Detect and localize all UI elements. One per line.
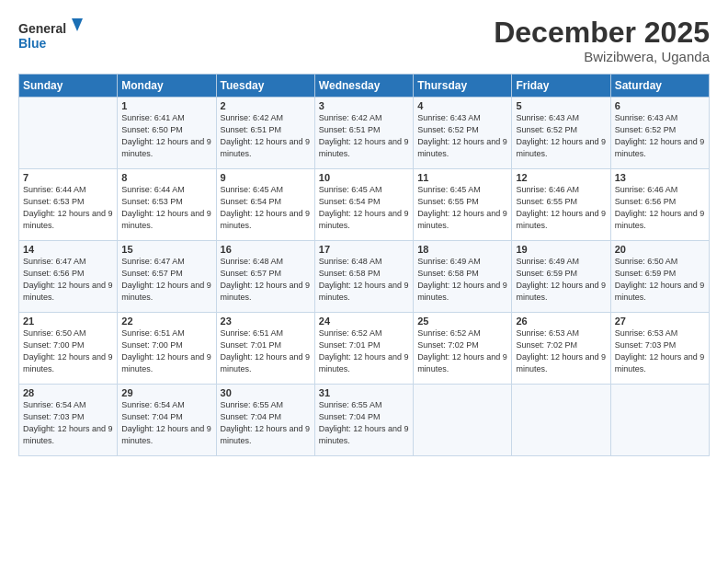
daylight: Daylight: 12 hours and 9 minutes. (221, 352, 311, 373)
calendar-cell: 8 Sunrise: 6:44 AM Sunset: 6:53 PM Dayli… (118, 169, 216, 241)
sunrise: Sunrise: 6:53 AM (615, 328, 678, 338)
day-number: 26 (516, 316, 606, 327)
day-info: Sunrise: 6:53 AM Sunset: 7:02 PM Dayligh… (516, 327, 606, 375)
daylight: Daylight: 12 hours and 9 minutes. (121, 281, 211, 302)
daylight: Daylight: 12 hours and 9 minutes. (121, 137, 211, 158)
daylight: Daylight: 12 hours and 9 minutes. (417, 281, 507, 302)
sunset: Sunset: 6:58 PM (319, 269, 381, 278)
daylight: Daylight: 12 hours and 9 minutes. (516, 137, 606, 158)
day-number: 17 (319, 244, 409, 255)
calendar-week-4: 21 Sunrise: 6:50 AM Sunset: 7:00 PM Dayl… (19, 313, 710, 385)
daylight: Daylight: 12 hours and 9 minutes. (615, 137, 705, 158)
sunrise: Sunrise: 6:49 AM (417, 257, 481, 266)
sunset: Sunset: 6:57 PM (221, 269, 282, 278)
month-title: December 2025 (494, 17, 710, 49)
day-number: 31 (319, 387, 409, 398)
day-info: Sunrise: 6:49 AM Sunset: 6:59 PM Dayligh… (516, 256, 606, 304)
sunrise: Sunrise: 6:55 AM (221, 400, 284, 409)
sunset: Sunset: 6:59 PM (615, 269, 677, 278)
day-info: Sunrise: 6:45 AM Sunset: 6:54 PM Dayligh… (319, 184, 409, 232)
calendar-week-2: 7 Sunrise: 6:44 AM Sunset: 6:53 PM Dayli… (19, 169, 710, 241)
daylight: Daylight: 12 hours and 9 minutes. (221, 424, 311, 445)
day-number: 30 (221, 387, 311, 398)
day-info: Sunrise: 6:47 AM Sunset: 6:57 PM Dayligh… (121, 256, 211, 304)
day-number: 13 (615, 172, 705, 183)
calendar-cell: 24 Sunrise: 6:52 AM Sunset: 7:01 PM Dayl… (314, 313, 413, 385)
day-info: Sunrise: 6:50 AM Sunset: 7:00 PM Dayligh… (23, 327, 113, 375)
day-info: Sunrise: 6:47 AM Sunset: 6:56 PM Dayligh… (23, 256, 113, 304)
day-number: 5 (516, 100, 606, 111)
sunrise: Sunrise: 6:48 AM (319, 257, 382, 266)
sunrise: Sunrise: 6:45 AM (319, 185, 382, 194)
day-info: Sunrise: 6:50 AM Sunset: 6:59 PM Dayligh… (615, 256, 705, 304)
calendar-cell: 30 Sunrise: 6:55 AM Sunset: 7:04 PM Dayl… (216, 385, 314, 456)
day-info: Sunrise: 6:43 AM Sunset: 6:52 PM Dayligh… (615, 112, 705, 160)
logo-svg: General Blue (18, 17, 83, 55)
daylight: Daylight: 12 hours and 9 minutes. (319, 281, 409, 302)
sunrise: Sunrise: 6:44 AM (23, 185, 86, 194)
day-info: Sunrise: 6:51 AM Sunset: 7:01 PM Dayligh… (221, 327, 311, 375)
day-number: 18 (417, 244, 507, 255)
sunset: Sunset: 6:54 PM (221, 197, 282, 206)
sunset: Sunset: 6:52 PM (417, 125, 479, 134)
sunset: Sunset: 6:51 PM (221, 125, 282, 134)
day-number: 1 (121, 100, 211, 111)
sunset: Sunset: 6:52 PM (516, 125, 577, 134)
daylight: Daylight: 12 hours and 9 minutes. (319, 209, 409, 230)
calendar-week-3: 14 Sunrise: 6:47 AM Sunset: 6:56 PM Dayl… (19, 241, 710, 313)
daylight: Daylight: 12 hours and 9 minutes. (319, 352, 409, 373)
header-row: Sunday Monday Tuesday Wednesday Thursday… (19, 75, 710, 98)
sunset: Sunset: 7:04 PM (121, 412, 183, 421)
page-header: General Blue December 2025 Bwizibwera, U… (18, 17, 710, 64)
day-info: Sunrise: 6:41 AM Sunset: 6:50 PM Dayligh… (121, 112, 211, 160)
sunrise: Sunrise: 6:42 AM (319, 113, 382, 122)
calendar-cell: 15 Sunrise: 6:47 AM Sunset: 6:57 PM Dayl… (118, 241, 216, 313)
calendar-cell: 29 Sunrise: 6:54 AM Sunset: 7:04 PM Dayl… (118, 385, 216, 456)
sunset: Sunset: 6:59 PM (516, 269, 577, 278)
calendar-cell: 21 Sunrise: 6:50 AM Sunset: 7:00 PM Dayl… (19, 313, 118, 385)
day-number: 19 (516, 244, 606, 255)
day-number: 10 (319, 172, 409, 183)
sunrise: Sunrise: 6:44 AM (121, 185, 185, 194)
calendar-week-5: 28 Sunrise: 6:54 AM Sunset: 7:03 PM Dayl… (19, 385, 710, 456)
calendar-cell (19, 98, 118, 169)
day-info: Sunrise: 6:55 AM Sunset: 7:04 PM Dayligh… (319, 399, 409, 447)
col-wednesday: Wednesday (314, 75, 413, 98)
calendar-cell: 4 Sunrise: 6:43 AM Sunset: 6:52 PM Dayli… (414, 98, 512, 169)
daylight: Daylight: 12 hours and 9 minutes. (23, 352, 113, 373)
sunset: Sunset: 6:53 PM (121, 197, 183, 206)
calendar-cell: 18 Sunrise: 6:49 AM Sunset: 6:58 PM Dayl… (414, 241, 512, 313)
sunset: Sunset: 7:00 PM (23, 340, 85, 350)
svg-text:Blue: Blue (18, 36, 47, 51)
sunset: Sunset: 6:55 PM (417, 197, 479, 206)
calendar-cell: 1 Sunrise: 6:41 AM Sunset: 6:50 PM Dayli… (118, 98, 216, 169)
day-number: 27 (615, 316, 705, 327)
day-number: 14 (23, 244, 113, 255)
sunset: Sunset: 7:02 PM (417, 340, 479, 350)
sunset: Sunset: 6:51 PM (319, 125, 381, 134)
sunrise: Sunrise: 6:52 AM (319, 328, 382, 338)
daylight: Daylight: 12 hours and 9 minutes. (221, 209, 311, 230)
calendar-cell: 14 Sunrise: 6:47 AM Sunset: 6:56 PM Dayl… (19, 241, 118, 313)
day-info: Sunrise: 6:43 AM Sunset: 6:52 PM Dayligh… (516, 112, 606, 160)
calendar-cell: 7 Sunrise: 6:44 AM Sunset: 6:53 PM Dayli… (19, 169, 118, 241)
calendar-cell: 27 Sunrise: 6:53 AM Sunset: 7:03 PM Dayl… (610, 313, 709, 385)
day-info: Sunrise: 6:51 AM Sunset: 7:00 PM Dayligh… (121, 327, 211, 375)
day-info: Sunrise: 6:49 AM Sunset: 6:58 PM Dayligh… (417, 256, 507, 304)
sunrise: Sunrise: 6:50 AM (615, 257, 678, 266)
daylight: Daylight: 12 hours and 9 minutes. (121, 424, 211, 445)
sunrise: Sunrise: 6:54 AM (23, 400, 86, 409)
calendar-cell: 10 Sunrise: 6:45 AM Sunset: 6:54 PM Dayl… (314, 169, 413, 241)
daylight: Daylight: 12 hours and 9 minutes. (319, 424, 409, 445)
day-number: 11 (417, 172, 507, 183)
day-info: Sunrise: 6:42 AM Sunset: 6:51 PM Dayligh… (221, 112, 311, 160)
daylight: Daylight: 12 hours and 9 minutes. (319, 137, 409, 158)
sunrise: Sunrise: 6:54 AM (121, 400, 185, 409)
sunset: Sunset: 6:57 PM (121, 269, 183, 278)
calendar-cell: 3 Sunrise: 6:42 AM Sunset: 6:51 PM Dayli… (314, 98, 413, 169)
col-sunday: Sunday (19, 75, 118, 98)
daylight: Daylight: 12 hours and 9 minutes. (615, 209, 705, 230)
day-number: 21 (23, 316, 113, 327)
daylight: Daylight: 12 hours and 9 minutes. (615, 281, 705, 302)
day-number: 3 (319, 100, 409, 111)
